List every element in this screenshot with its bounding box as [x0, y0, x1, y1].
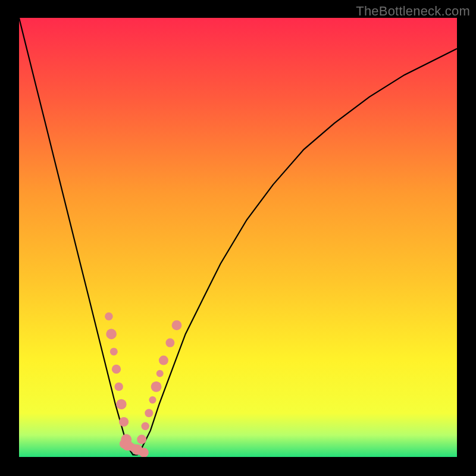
- data-markers: [105, 312, 181, 457]
- data-marker: [115, 383, 123, 391]
- data-marker: [105, 312, 113, 321]
- data-marker: [142, 422, 149, 430]
- data-marker: [151, 381, 162, 392]
- data-marker: [172, 320, 182, 330]
- watermark-text: TheBottleneck.com: [356, 4, 470, 19]
- data-marker: [149, 396, 156, 403]
- data-marker: [137, 435, 146, 444]
- data-marker: [119, 417, 129, 427]
- plot-frame: [19, 18, 457, 457]
- data-marker: [139, 448, 149, 457]
- data-marker: [106, 329, 117, 340]
- data-marker: [145, 409, 153, 417]
- data-marker: [112, 365, 121, 374]
- bottleneck-curve: [19, 18, 457, 455]
- data-marker: [156, 370, 164, 377]
- data-marker: [116, 399, 126, 409]
- data-marker: [159, 356, 168, 365]
- data-marker: [165, 339, 174, 347]
- data-marker: [110, 347, 118, 355]
- bottleneck-plot: [19, 18, 457, 457]
